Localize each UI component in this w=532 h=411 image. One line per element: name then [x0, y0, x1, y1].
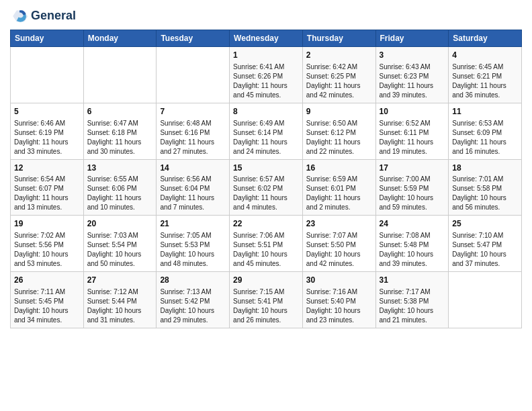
- calendar-week-3: 12Sunrise: 6:54 AMSunset: 6:07 PMDayligh…: [11, 159, 522, 216]
- calendar-cell: 28Sunrise: 7:13 AMSunset: 5:42 PMDayligh…: [157, 272, 230, 328]
- cell-content: Daylight: 11 hours: [452, 138, 518, 147]
- calendar-cell: 26Sunrise: 7:11 AMSunset: 5:45 PMDayligh…: [11, 272, 84, 328]
- cell-content: Daylight: 11 hours: [233, 193, 299, 203]
- cell-content: Sunset: 6:09 PM: [452, 128, 518, 138]
- calendar-cell: 1Sunrise: 6:41 AMSunset: 6:26 PMDaylight…: [230, 47, 303, 103]
- col-saturday: Saturday: [449, 30, 522, 47]
- calendar-week-2: 5Sunrise: 6:46 AMSunset: 6:19 PMDaylight…: [11, 103, 522, 159]
- calendar-week-4: 19Sunrise: 7:02 AMSunset: 5:56 PMDayligh…: [11, 216, 522, 272]
- day-number: 19: [14, 218, 80, 230]
- day-number: 21: [160, 218, 226, 230]
- cell-content: and 56 minutes.: [452, 203, 518, 212]
- cell-content: Sunset: 5:59 PM: [380, 184, 445, 193]
- cell-content: Daylight: 10 hours: [233, 250, 299, 259]
- day-number: 5: [14, 106, 80, 118]
- calendar-week-1: 1Sunrise: 6:41 AMSunset: 6:26 PMDaylight…: [11, 47, 522, 103]
- cell-content: Sunset: 6:19 PM: [14, 128, 80, 138]
- cell-content: Sunset: 5:44 PM: [87, 297, 153, 306]
- day-number: 30: [306, 275, 372, 286]
- day-number: 24: [380, 218, 445, 230]
- day-number: 4: [452, 50, 518, 61]
- cell-content: Sunrise: 7:11 AM: [14, 287, 80, 297]
- cell-content: Sunrise: 6:42 AM: [306, 62, 372, 72]
- cell-content: Sunrise: 7:08 AM: [380, 231, 445, 240]
- cell-content: and 22 minutes.: [306, 147, 372, 156]
- cell-content: Sunset: 6:02 PM: [233, 184, 299, 193]
- calendar-cell: 6Sunrise: 6:47 AMSunset: 6:18 PMDaylight…: [83, 103, 157, 159]
- calendar-cell: 24Sunrise: 7:08 AMSunset: 5:48 PMDayligh…: [375, 216, 449, 272]
- day-number: 20: [87, 218, 153, 230]
- cell-content: Daylight: 11 hours: [87, 138, 153, 147]
- cell-content: and 33 minutes.: [14, 147, 80, 156]
- cell-content: Daylight: 10 hours: [233, 306, 299, 316]
- day-number: 8: [233, 106, 299, 118]
- cell-content: Daylight: 10 hours: [14, 250, 80, 259]
- cell-content: Sunset: 5:51 PM: [233, 240, 299, 250]
- col-friday: Friday: [375, 30, 449, 47]
- calendar-week-5: 26Sunrise: 7:11 AMSunset: 5:45 PMDayligh…: [11, 272, 522, 328]
- cell-content: Sunrise: 7:17 AM: [380, 287, 445, 297]
- calendar-cell: 23Sunrise: 7:07 AMSunset: 5:50 PMDayligh…: [302, 216, 375, 272]
- calendar-cell: 13Sunrise: 6:55 AMSunset: 6:06 PMDayligh…: [83, 159, 157, 216]
- cell-content: and 10 minutes.: [87, 203, 153, 212]
- cell-content: and 39 minutes.: [380, 91, 445, 100]
- calendar-cell: 3Sunrise: 6:43 AMSunset: 6:23 PMDaylight…: [375, 47, 449, 103]
- cell-content: Sunrise: 7:13 AM: [160, 287, 226, 297]
- calendar-cell: 4Sunrise: 6:45 AMSunset: 6:21 PMDaylight…: [449, 47, 522, 103]
- cell-content: and 45 minutes.: [233, 91, 299, 100]
- cell-content: Daylight: 10 hours: [14, 306, 80, 316]
- calendar-cell: 19Sunrise: 7:02 AMSunset: 5:56 PMDayligh…: [11, 216, 84, 272]
- calendar-cell: 25Sunrise: 7:10 AMSunset: 5:47 PMDayligh…: [449, 216, 522, 272]
- cell-content: Sunset: 5:47 PM: [452, 240, 518, 250]
- cell-content: and 29 minutes.: [160, 316, 226, 325]
- cell-content: and 4 minutes.: [233, 203, 299, 212]
- cell-content: and 42 minutes.: [306, 91, 372, 100]
- cell-content: Sunrise: 7:12 AM: [87, 287, 153, 297]
- cell-content: Sunrise: 6:52 AM: [380, 119, 445, 128]
- cell-content: Sunrise: 7:05 AM: [160, 231, 226, 240]
- day-number: 28: [160, 275, 226, 286]
- cell-content: and 30 minutes.: [87, 147, 153, 156]
- calendar-cell: 27Sunrise: 7:12 AMSunset: 5:44 PMDayligh…: [83, 272, 157, 328]
- calendar-cell: [449, 272, 522, 328]
- calendar-cell: [83, 47, 157, 103]
- cell-content: Sunrise: 6:45 AM: [452, 62, 518, 72]
- day-number: 14: [160, 163, 226, 174]
- cell-content: Daylight: 11 hours: [233, 138, 299, 147]
- cell-content: Daylight: 10 hours: [306, 306, 372, 316]
- cell-content: and 19 minutes.: [380, 147, 445, 156]
- calendar-cell: 20Sunrise: 7:03 AMSunset: 5:54 PMDayligh…: [83, 216, 157, 272]
- cell-content: Sunset: 5:48 PM: [380, 240, 445, 250]
- cell-content: Sunrise: 6:41 AM: [233, 62, 299, 72]
- header: General: [10, 7, 522, 26]
- calendar-cell: 17Sunrise: 7:00 AMSunset: 5:59 PMDayligh…: [375, 159, 449, 216]
- cell-content: Sunset: 5:45 PM: [14, 297, 80, 306]
- cell-content: Sunrise: 7:15 AM: [233, 287, 299, 297]
- calendar-cell: 16Sunrise: 6:59 AMSunset: 6:01 PMDayligh…: [302, 159, 375, 216]
- day-number: 25: [452, 218, 518, 230]
- cell-content: Sunset: 5:58 PM: [452, 184, 518, 193]
- cell-content: Sunrise: 7:00 AM: [380, 175, 445, 184]
- calendar-cell: 2Sunrise: 6:42 AMSunset: 6:25 PMDaylight…: [302, 47, 375, 103]
- day-number: 27: [87, 275, 153, 286]
- cell-content: and 45 minutes.: [233, 259, 299, 269]
- cell-content: Daylight: 10 hours: [452, 250, 518, 259]
- calendar-cell: 31Sunrise: 7:17 AMSunset: 5:38 PMDayligh…: [375, 272, 449, 328]
- day-number: 11: [452, 106, 518, 118]
- cell-content: Sunset: 6:01 PM: [306, 184, 372, 193]
- cell-content: Sunset: 6:26 PM: [233, 72, 299, 81]
- cell-content: Sunset: 6:04 PM: [160, 184, 226, 193]
- cell-content: Sunrise: 7:03 AM: [87, 231, 153, 240]
- calendar-cell: [157, 47, 230, 103]
- cell-content: Sunset: 5:40 PM: [306, 297, 372, 306]
- day-number: 9: [306, 106, 372, 118]
- cell-content: and 42 minutes.: [306, 259, 372, 269]
- cell-content: and 24 minutes.: [233, 147, 299, 156]
- cell-content: Sunset: 6:23 PM: [380, 72, 445, 81]
- cell-content: Sunset: 6:18 PM: [87, 128, 153, 138]
- cell-content: and 27 minutes.: [160, 147, 226, 156]
- cell-content: Daylight: 10 hours: [87, 250, 153, 259]
- cell-content: Daylight: 11 hours: [380, 81, 445, 91]
- cell-content: and 16 minutes.: [452, 147, 518, 156]
- cell-content: Daylight: 10 hours: [380, 250, 445, 259]
